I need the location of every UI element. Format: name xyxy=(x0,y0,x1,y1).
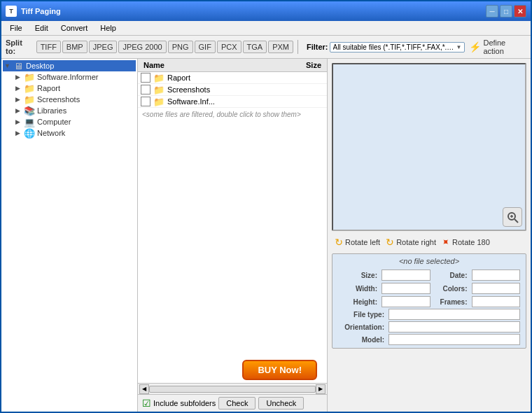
tree-toggle-3[interactable]: ▶ xyxy=(15,107,24,114)
tree-toggle-2[interactable]: ▶ xyxy=(15,96,24,103)
rotate-180-button[interactable]: ✦ Rotate 180 xyxy=(442,237,490,248)
format-pxm[interactable]: PXM xyxy=(268,41,293,53)
menu-help[interactable]: Help xyxy=(94,22,122,34)
uncheck-button[interactable]: Uncheck xyxy=(258,397,304,410)
check-button[interactable]: Check xyxy=(218,397,255,410)
orientation-label: Orientation: xyxy=(338,323,387,331)
filter-dropdown[interactable]: All suitable files (*.TIF,*.TIFF,*.FAX,*… xyxy=(330,42,465,52)
tree-toggle-4[interactable]: ▶ xyxy=(15,118,24,125)
menu-file[interactable]: File xyxy=(4,22,28,34)
format-jpeg[interactable]: JPEG xyxy=(89,41,118,53)
filter-arrow-icon: ▼ xyxy=(456,44,462,50)
scroll-left-btn[interactable]: ◀ xyxy=(139,384,149,394)
frames-value xyxy=(472,296,521,307)
toolbar: Split to: TIFF BMP JPEG JPEG 2000 PNG GI… xyxy=(1,36,531,59)
file-list: 📁 Raport 📁 Screenshots 📁 Software.Inf... xyxy=(138,72,327,357)
orientation-value xyxy=(388,321,520,332)
app-icon: T xyxy=(6,6,17,17)
h-scrollbar[interactable]: ◀ ▶ xyxy=(138,383,327,394)
scroll-right-btn[interactable]: ▶ xyxy=(316,384,326,394)
date-value xyxy=(472,270,521,281)
date-label: Date: xyxy=(432,272,470,279)
info-orientation-row: Orientation: xyxy=(338,321,520,332)
tree-item-raport[interactable]: ▶ 📁 Raport xyxy=(14,83,136,94)
size-value xyxy=(382,270,430,281)
rotate-bar: ↺ Rotate left ↻ Rotate right ✦ Rotate 18… xyxy=(332,235,526,249)
format-bmp[interactable]: BMP xyxy=(62,41,88,53)
format-png[interactable]: PNG xyxy=(168,41,193,53)
info-grid: Size: Date: Width: Colors: Height: Frame… xyxy=(338,270,520,307)
rotate-180-icon: ✦ xyxy=(439,235,453,249)
rotate-right-button[interactable]: ↻ Rotate right xyxy=(386,237,436,248)
file-checkbox-0[interactable] xyxy=(141,73,150,83)
rotate-right-label: Rotate right xyxy=(396,238,436,246)
toolbar-separator xyxy=(298,40,298,54)
colors-value xyxy=(472,283,521,294)
tree-item-screenshots[interactable]: ▶ 📁 Screenshots xyxy=(14,94,136,105)
tree-item-libraries[interactable]: ▶ 📚 Libraries xyxy=(14,105,136,116)
col-header-size: Size xyxy=(289,60,324,70)
filetype-value xyxy=(388,309,520,320)
tree-item-network[interactable]: ▶ 🌐 Network xyxy=(14,127,136,139)
tree-item-software-informer[interactable]: ▶ 📁 Software.Informer xyxy=(14,71,136,83)
buy-now-button[interactable]: BUY Now! xyxy=(242,360,317,380)
colors-label: Colors: xyxy=(432,285,470,293)
tree-item-desktop[interactable]: ▼ 🖥 Desktop xyxy=(3,60,136,71)
computer-icon: 💻 xyxy=(24,117,35,127)
desktop-icon: 🖥 xyxy=(14,61,23,71)
file-checkbox-2[interactable] xyxy=(141,97,150,106)
tree-label-2: Screenshots xyxy=(37,95,80,104)
file-bottom-bar: ☑ Include subfolders Check Uncheck xyxy=(138,394,327,412)
define-action-label: Define action xyxy=(483,38,526,55)
define-action-button[interactable]: ⚡ Define action xyxy=(469,38,526,55)
file-folder-icon-0: 📁 xyxy=(153,73,164,83)
tree-toggle-1[interactable]: ▶ xyxy=(15,85,24,92)
height-label: Height: xyxy=(338,298,380,306)
format-gif[interactable]: GIF xyxy=(195,41,216,53)
size-label: Size: xyxy=(338,272,380,279)
rotate-left-button[interactable]: ↺ Rotate left xyxy=(335,237,380,248)
model-value xyxy=(388,334,520,345)
no-file-label: <no file selected> xyxy=(338,257,520,265)
frames-label: Frames: xyxy=(432,298,470,306)
file-folder-icon-1: 📁 xyxy=(153,85,164,94)
preview-panel: ↺ Rotate left ↻ Rotate right ✦ Rotate 18… xyxy=(328,59,531,412)
file-item-0[interactable]: 📁 Raport xyxy=(138,72,327,84)
file-hint: <some files are filtered, double click t… xyxy=(138,108,327,121)
desktop-folder-icon: 🖥 xyxy=(13,61,24,71)
zoom-button[interactable] xyxy=(503,207,522,227)
tree-toggle-desktop[interactable]: ▼ xyxy=(4,62,13,69)
filter-label: Filter: xyxy=(307,43,328,51)
file-checkbox-1[interactable] xyxy=(141,85,150,94)
menu-edit[interactable]: Edit xyxy=(29,22,54,34)
tree-toggle-5[interactable]: ▶ xyxy=(15,130,24,136)
rotate-right-icon: ↻ xyxy=(386,237,394,248)
menu-bar: File Edit Convert Help xyxy=(1,21,531,36)
rotate-left-icon: ↺ xyxy=(335,237,343,248)
tree-label-0: Software.Informer xyxy=(37,73,98,81)
tree-label-4: Computer xyxy=(37,118,71,126)
menu-convert[interactable]: Convert xyxy=(55,22,94,34)
maximize-button[interactable]: □ xyxy=(500,5,512,18)
include-subfolders-checkbox[interactable]: ☑ Include subfolders xyxy=(142,398,216,409)
format-tiff[interactable]: TIFF xyxy=(36,41,61,53)
format-pcx[interactable]: PCX xyxy=(217,41,241,53)
tree-toggle-0[interactable]: ▶ xyxy=(15,74,24,80)
file-item-2[interactable]: 📁 Software.Inf... xyxy=(138,96,327,108)
preview-image-area xyxy=(332,63,526,231)
filter-value: All suitable files (*.TIF,*.TIFF,*.FAX,*… xyxy=(333,43,455,51)
file-name-1: Screenshots xyxy=(167,85,289,94)
main-window: T Tiff Paging ─ □ ✕ File Edit Convert He… xyxy=(0,0,532,413)
tree-children: ▶ 📁 Software.Informer ▶ 📁 Raport ▶ 📁 Scr… xyxy=(3,71,136,139)
scroll-track[interactable] xyxy=(149,386,316,393)
split-to-label: Split to: xyxy=(6,38,34,55)
format-jpeg2000[interactable]: JPEG 2000 xyxy=(118,41,166,53)
file-list-header: Name Size xyxy=(138,59,327,72)
format-tga[interactable]: TGA xyxy=(243,41,267,53)
file-item-1[interactable]: 📁 Screenshots xyxy=(138,84,327,96)
file-actions: BUY Now! xyxy=(138,357,327,383)
close-button[interactable]: ✕ xyxy=(514,5,526,18)
tree-item-computer[interactable]: ▶ 💻 Computer xyxy=(14,116,136,127)
minimize-button[interactable]: ─ xyxy=(486,5,498,18)
info-model-row: Model: xyxy=(338,334,520,345)
